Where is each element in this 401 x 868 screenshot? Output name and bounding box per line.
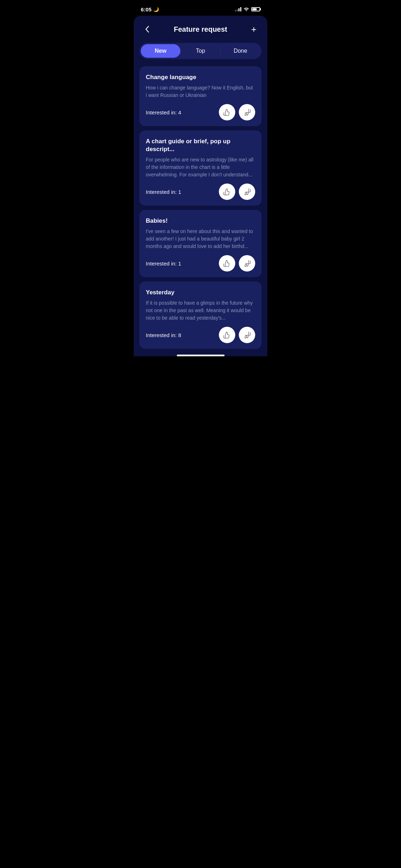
card-description-2: For people who are new to astrology (lik… [146,156,255,179]
status-bar: 6:05 🌙 [134,0,267,16]
card-description-3: I've seen a few on here about this and w… [146,228,255,250]
time-label: 6:05 [141,6,151,12]
feature-card-3: Babies! I've seen a few on here about th… [139,210,262,277]
tab-new[interactable]: New [141,44,180,58]
card-description-4: If it is possible to have a glimps in th… [146,299,255,322]
card-footer-4: Interested in: 8 [146,327,255,343]
card-title-2: A chart guide or brief, pop up descript.… [146,138,255,153]
feature-card-1: Change language How i can change languag… [139,66,262,126]
dislike-button-4[interactable] [239,327,255,343]
card-title-4: Yesterday [146,289,255,296]
add-button[interactable]: + [247,23,260,36]
interested-count-4: Interested in: 8 [146,332,181,338]
card-title-3: Babies! [146,217,255,225]
like-button-2[interactable] [219,184,235,200]
interested-count-3: Interested in: 1 [146,260,181,267]
feature-card-2: A chart guide or brief, pop up descript.… [139,130,262,206]
tab-top[interactable]: Top [181,44,220,58]
vote-buttons-4 [219,327,255,343]
like-button-3[interactable] [219,255,235,272]
cards-container: Change language How i can change languag… [134,66,267,349]
like-button-1[interactable] [219,104,235,120]
wifi-icon [243,6,249,12]
signal-icon [235,7,241,11]
status-icons [235,6,260,12]
interested-count-1: Interested in: 4 [146,109,181,115]
vote-buttons-3 [219,255,255,272]
battery-icon [251,7,260,11]
home-indicator [177,355,225,356]
status-time: 6:05 🌙 [141,6,159,12]
card-title-1: Change language [146,73,255,81]
vote-buttons-1 [219,104,255,120]
dislike-button-3[interactable] [239,255,255,272]
page-title: Feature request [174,25,227,33]
vote-buttons-2 [219,184,255,200]
dislike-button-2[interactable] [239,184,255,200]
tabs-container: New Top Done [139,43,262,59]
header: Feature request + [134,16,267,41]
moon-icon: 🌙 [153,7,159,12]
like-button-4[interactable] [219,327,235,343]
tab-done[interactable]: Done [221,44,260,58]
back-button[interactable] [141,23,154,36]
card-footer-1: Interested in: 4 [146,104,255,120]
card-footer-2: Interested in: 1 [146,184,255,200]
card-description-1: How i can change language? Now it Englis… [146,84,255,99]
dislike-button-1[interactable] [239,104,255,120]
interested-count-2: Interested in: 1 [146,189,181,195]
feature-card-4: Yesterday If it is possible to have a gl… [139,281,262,349]
card-footer-3: Interested in: 1 [146,255,255,272]
app-container: Feature request + New Top Done Change la… [134,16,267,356]
